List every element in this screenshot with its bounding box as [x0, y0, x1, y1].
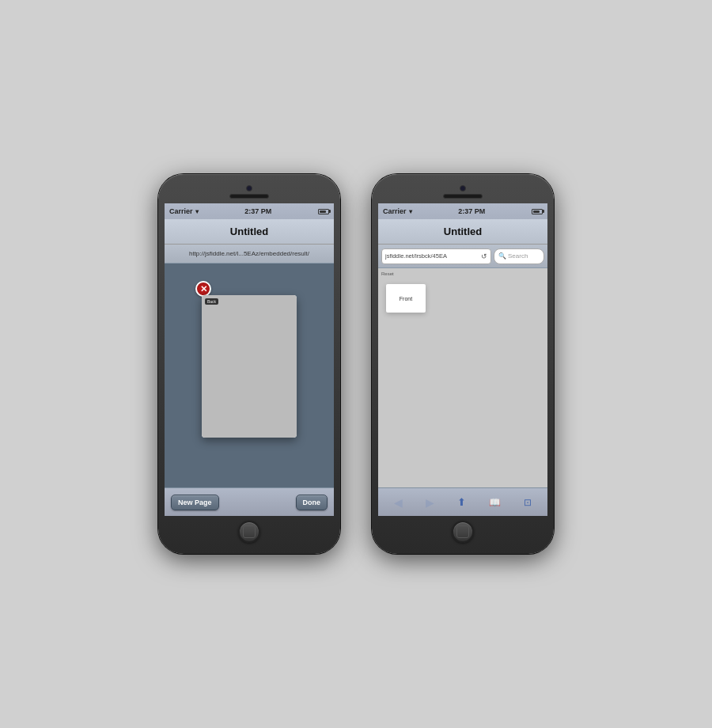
- front-card: Front: [386, 284, 426, 313]
- battery-fill-1: [320, 210, 327, 213]
- search-placeholder: Search: [508, 252, 528, 260]
- nav-title-1: Untitled: [165, 219, 334, 245]
- camera-1: [246, 185, 252, 191]
- carrier-label-2: Carrier: [383, 207, 407, 215]
- url-text-1: http://jsfiddle.net/l...5EAz/embedded/re…: [189, 250, 309, 257]
- tab-card-wrapper: ✕ Back: [202, 287, 297, 438]
- done-button[interactable]: Done: [296, 495, 328, 510]
- home-button-2[interactable]: [452, 521, 474, 543]
- home-button-inner-2: [456, 525, 469, 538]
- wifi-icon-2: ▾: [409, 208, 412, 215]
- tab-card-label: Back: [205, 298, 218, 305]
- home-button-1[interactable]: [238, 521, 260, 543]
- status-right-1: [318, 209, 329, 214]
- phone-1-top: [165, 182, 334, 203]
- status-left-2: Carrier ▾: [383, 207, 412, 215]
- bookmarks-button[interactable]: 📖: [489, 497, 501, 508]
- phone-1: Carrier ▾ 2:37 PM Untitled http://jsfidd…: [158, 174, 340, 554]
- browser-title: Untitled: [378, 219, 547, 245]
- browser-bottom-toolbar: ◀ ▶ ⬆ 📖 ⊡: [378, 487, 547, 516]
- phone-2-screen: Carrier ▾ 2:37 PM Untitled jsfiddle.net/…: [378, 203, 547, 516]
- reset-label: Reset: [381, 271, 394, 276]
- tabs-button[interactable]: ⊡: [524, 497, 532, 508]
- tab-switcher: ✕ Back: [165, 264, 334, 487]
- phone-2-bottom: [452, 516, 474, 546]
- camera-2: [460, 185, 466, 191]
- url-input-field[interactable]: jsfiddle.net/lrsbck/45EA ↺: [381, 248, 491, 264]
- close-tab-button[interactable]: ✕: [195, 281, 211, 297]
- back-nav-button[interactable]: ◀: [394, 496, 403, 509]
- battery-2: [532, 209, 543, 214]
- wifi-icon-1: ▾: [195, 208, 199, 215]
- tab-card-inner: Back: [202, 295, 297, 438]
- battery-1: [318, 209, 329, 214]
- forward-nav-button[interactable]: ▶: [426, 496, 434, 509]
- search-icon: 🔍: [498, 252, 506, 260]
- front-card-label: Front: [400, 296, 412, 301]
- phone-2: Carrier ▾ 2:37 PM Untitled jsfiddle.net/…: [372, 174, 554, 554]
- browser-url-bar: jsfiddle.net/lrsbck/45EA ↺ 🔍 Search: [378, 245, 547, 268]
- time-label-1: 2:37 PM: [244, 207, 271, 215]
- reload-icon[interactable]: ↺: [481, 252, 487, 260]
- url-input-text: jsfiddle.net/lrsbck/45EA: [385, 252, 479, 260]
- carrier-label-1: Carrier: [169, 207, 193, 215]
- url-bar-1: http://jsfiddle.net/l...5EAz/embedded/re…: [165, 245, 334, 264]
- time-label-2: 2:37 PM: [458, 207, 485, 215]
- share-button[interactable]: ⬆: [457, 496, 466, 508]
- phone-1-screen: Carrier ▾ 2:37 PM Untitled http://jsfidd…: [165, 203, 334, 516]
- status-right-2: [532, 209, 543, 214]
- phone-2-top: [378, 182, 547, 203]
- phone-1-bottom: [238, 516, 260, 546]
- home-button-inner-1: [243, 525, 256, 538]
- browser-content: Reset Front: [378, 268, 547, 487]
- bottom-toolbar-1: New Page Done: [165, 487, 334, 516]
- speaker-1: [229, 194, 269, 199]
- battery-fill-2: [533, 210, 540, 213]
- tab-card[interactable]: Back: [202, 295, 297, 438]
- speaker-2: [443, 194, 483, 199]
- status-left-1: Carrier ▾: [169, 207, 199, 215]
- search-input-field[interactable]: 🔍 Search: [494, 248, 544, 264]
- new-page-button[interactable]: New Page: [171, 495, 219, 510]
- status-bar-1: Carrier ▾ 2:37 PM: [165, 203, 334, 219]
- status-bar-2: Carrier ▾ 2:37 PM: [378, 203, 547, 219]
